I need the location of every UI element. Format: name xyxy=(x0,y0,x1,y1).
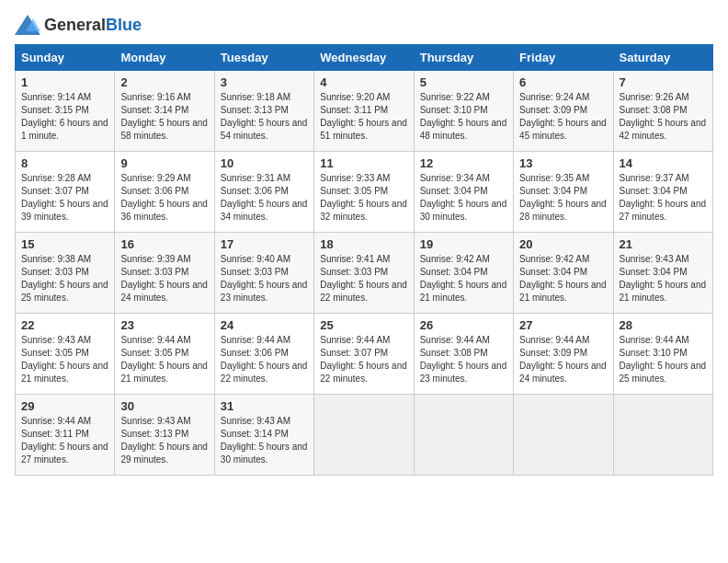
sunrise-text: Sunrise: 9:44 AM xyxy=(21,416,91,426)
sunset-text: Sunset: 3:07 PM xyxy=(21,186,89,196)
day-info: Sunrise: 9:44 AM Sunset: 3:09 PM Dayligh… xyxy=(519,334,607,385)
sunrise-text: Sunrise: 9:29 AM xyxy=(120,173,190,183)
sunrise-text: Sunrise: 9:18 AM xyxy=(221,92,290,102)
calendar-cell: 16 Sunrise: 9:39 AM Sunset: 3:03 PM Dayl… xyxy=(115,233,214,314)
daylight-text: Daylight: 6 hours and 1 minute. xyxy=(21,118,108,141)
day-info: Sunrise: 9:20 AM Sunset: 3:11 PM Dayligh… xyxy=(320,91,407,143)
sunset-text: Sunset: 3:13 PM xyxy=(221,105,289,115)
daylight-text: Daylight: 5 hours and 29 minutes. xyxy=(120,442,208,465)
daylight-text: Daylight: 5 hours and 32 minutes. xyxy=(320,199,407,222)
day-number: 11 xyxy=(320,156,407,170)
calendar-cell: 12 Sunrise: 9:34 AM Sunset: 3:04 PM Dayl… xyxy=(414,152,513,233)
sunrise-text: Sunrise: 9:44 AM xyxy=(120,335,190,345)
sunrise-text: Sunrise: 9:24 AM xyxy=(519,92,589,102)
calendar-cell xyxy=(414,395,513,476)
sunset-text: Sunset: 3:03 PM xyxy=(221,267,289,277)
daylight-text: Daylight: 5 hours and 24 minutes. xyxy=(519,361,607,384)
sunset-text: Sunset: 3:04 PM xyxy=(519,186,587,196)
day-number: 17 xyxy=(221,237,308,251)
day-number: 25 xyxy=(320,318,407,332)
day-number: 27 xyxy=(519,318,607,332)
day-info: Sunrise: 9:42 AM Sunset: 3:04 PM Dayligh… xyxy=(519,253,607,304)
day-info: Sunrise: 9:41 AM Sunset: 3:03 PM Dayligh… xyxy=(320,253,407,304)
sunset-text: Sunset: 3:10 PM xyxy=(420,105,488,115)
calendar-cell: 2 Sunrise: 9:16 AM Sunset: 3:14 PM Dayli… xyxy=(115,71,214,152)
logo-general: General xyxy=(44,16,106,34)
calendar-cell: 13 Sunrise: 9:35 AM Sunset: 3:04 PM Dayl… xyxy=(514,152,613,233)
daylight-text: Daylight: 5 hours and 21 minutes. xyxy=(620,280,707,303)
sunrise-text: Sunrise: 9:37 AM xyxy=(620,173,689,183)
daylight-text: Daylight: 5 hours and 42 minutes. xyxy=(620,118,707,141)
day-number: 28 xyxy=(620,318,707,332)
day-info: Sunrise: 9:22 AM Sunset: 3:10 PM Dayligh… xyxy=(420,91,507,143)
sunset-text: Sunset: 3:06 PM xyxy=(221,348,289,358)
day-info: Sunrise: 9:14 AM Sunset: 3:15 PM Dayligh… xyxy=(21,91,108,143)
day-number: 9 xyxy=(120,156,208,170)
sunrise-text: Sunrise: 9:42 AM xyxy=(420,254,490,264)
day-info: Sunrise: 9:40 AM Sunset: 3:03 PM Dayligh… xyxy=(221,253,308,304)
logo-icon xyxy=(15,15,40,35)
sunset-text: Sunset: 3:04 PM xyxy=(420,186,488,196)
sunset-text: Sunset: 3:03 PM xyxy=(320,267,388,277)
calendar-cell: 28 Sunrise: 9:44 AM Sunset: 3:10 PM Dayl… xyxy=(613,314,712,395)
day-number: 3 xyxy=(221,75,308,89)
daylight-text: Daylight: 5 hours and 23 minutes. xyxy=(221,280,308,303)
daylight-text: Daylight: 5 hours and 27 minutes. xyxy=(21,442,108,465)
daylight-text: Daylight: 5 hours and 34 minutes. xyxy=(221,199,308,222)
sunset-text: Sunset: 3:04 PM xyxy=(420,267,488,277)
daylight-text: Daylight: 5 hours and 22 minutes. xyxy=(320,280,407,303)
sunrise-text: Sunrise: 9:33 AM xyxy=(320,173,390,183)
day-info: Sunrise: 9:16 AM Sunset: 3:14 PM Dayligh… xyxy=(120,91,208,143)
sunrise-text: Sunrise: 9:40 AM xyxy=(221,254,290,264)
sunset-text: Sunset: 3:07 PM xyxy=(320,348,388,358)
week-row-4: 22 Sunrise: 9:43 AM Sunset: 3:05 PM Dayl… xyxy=(16,314,713,395)
day-number: 19 xyxy=(420,237,507,251)
calendar-cell: 29 Sunrise: 9:44 AM Sunset: 3:11 PM Dayl… xyxy=(16,395,115,476)
sunset-text: Sunset: 3:04 PM xyxy=(620,186,688,196)
sunrise-text: Sunrise: 9:20 AM xyxy=(320,92,390,102)
weekday-header-sunday: Sunday xyxy=(16,45,115,71)
daylight-text: Daylight: 5 hours and 54 minutes. xyxy=(221,118,308,141)
header: GeneralBlue xyxy=(15,15,713,35)
calendar-cell xyxy=(613,395,712,476)
calendar-cell: 8 Sunrise: 9:28 AM Sunset: 3:07 PM Dayli… xyxy=(16,152,115,233)
sunrise-text: Sunrise: 9:44 AM xyxy=(519,335,589,345)
day-info: Sunrise: 9:43 AM Sunset: 3:04 PM Dayligh… xyxy=(620,253,707,304)
calendar-cell: 23 Sunrise: 9:44 AM Sunset: 3:05 PM Dayl… xyxy=(115,314,214,395)
day-info: Sunrise: 9:35 AM Sunset: 3:04 PM Dayligh… xyxy=(519,172,607,224)
day-number: 31 xyxy=(221,399,308,413)
sunset-text: Sunset: 3:05 PM xyxy=(21,348,89,358)
calendar-cell: 10 Sunrise: 9:31 AM Sunset: 3:06 PM Dayl… xyxy=(214,152,313,233)
day-number: 26 xyxy=(420,318,507,332)
day-info: Sunrise: 9:44 AM Sunset: 3:10 PM Dayligh… xyxy=(620,334,707,385)
sunset-text: Sunset: 3:09 PM xyxy=(519,105,587,115)
day-number: 13 xyxy=(519,156,607,170)
day-info: Sunrise: 9:39 AM Sunset: 3:03 PM Dayligh… xyxy=(120,253,208,304)
calendar-cell: 31 Sunrise: 9:43 AM Sunset: 3:14 PM Dayl… xyxy=(214,395,313,476)
weekday-header-thursday: Thursday xyxy=(414,45,513,71)
daylight-text: Daylight: 5 hours and 30 minutes. xyxy=(221,442,308,465)
day-number: 2 xyxy=(120,75,208,89)
day-number: 1 xyxy=(21,75,108,89)
sunset-text: Sunset: 3:08 PM xyxy=(620,105,688,115)
week-row-3: 15 Sunrise: 9:38 AM Sunset: 3:03 PM Dayl… xyxy=(16,233,713,314)
sunset-text: Sunset: 3:14 PM xyxy=(120,105,188,115)
day-number: 15 xyxy=(21,237,108,251)
weekday-header-friday: Friday xyxy=(514,45,613,71)
calendar-cell: 30 Sunrise: 9:43 AM Sunset: 3:13 PM Dayl… xyxy=(115,395,214,476)
day-info: Sunrise: 9:28 AM Sunset: 3:07 PM Dayligh… xyxy=(21,172,108,224)
sunset-text: Sunset: 3:15 PM xyxy=(21,105,89,115)
daylight-text: Daylight: 5 hours and 28 minutes. xyxy=(519,199,607,222)
daylight-text: Daylight: 5 hours and 58 minutes. xyxy=(120,118,208,141)
calendar-cell: 24 Sunrise: 9:44 AM Sunset: 3:06 PM Dayl… xyxy=(214,314,313,395)
sunset-text: Sunset: 3:08 PM xyxy=(420,348,488,358)
daylight-text: Daylight: 5 hours and 36 minutes. xyxy=(120,199,208,222)
logo: GeneralBlue xyxy=(15,15,142,35)
daylight-text: Daylight: 5 hours and 22 minutes. xyxy=(221,361,308,384)
day-number: 30 xyxy=(120,399,208,413)
sunset-text: Sunset: 3:06 PM xyxy=(120,186,188,196)
daylight-text: Daylight: 5 hours and 21 minutes. xyxy=(120,361,208,384)
sunset-text: Sunset: 3:04 PM xyxy=(620,267,688,277)
weekday-header-monday: Monday xyxy=(115,45,214,71)
day-number: 12 xyxy=(420,156,507,170)
